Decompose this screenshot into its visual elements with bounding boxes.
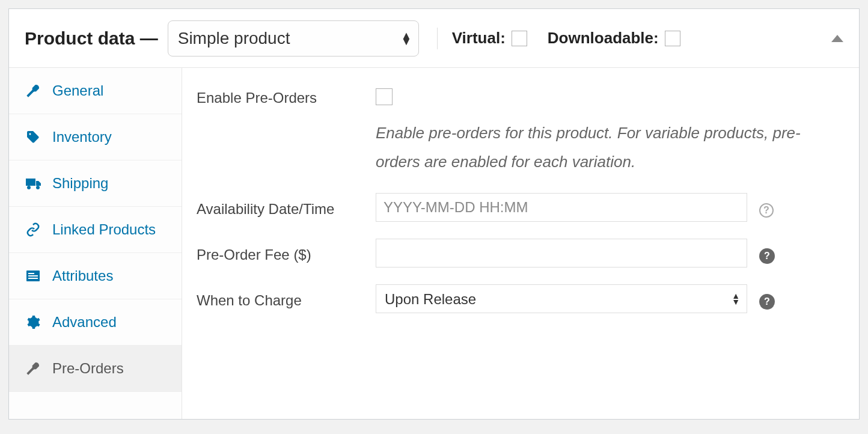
- list-icon: [26, 269, 41, 283]
- svg-rect-3: [28, 278, 38, 279]
- svg-rect-2: [28, 275, 38, 277]
- wrench-icon: [26, 84, 41, 98]
- tab-pre-orders[interactable]: Pre-Orders: [9, 346, 182, 392]
- help-icon[interactable]: ?: [759, 248, 775, 264]
- enable-preorders-description: Enable pre-orders for this product. For …: [376, 118, 833, 176]
- when-to-charge-label: When to Charge: [197, 289, 376, 309]
- wrench-icon: [26, 361, 41, 376]
- tab-advanced[interactable]: Advanced: [9, 299, 182, 346]
- availability-date-label: Availability Date/Time: [197, 197, 376, 218]
- preorder-fee-input[interactable]: [376, 239, 747, 267]
- enable-preorders-label: Enable Pre-Orders: [197, 86, 376, 106]
- panel-header: Product data — Simple product ▲▼ Virtual…: [9, 9, 859, 68]
- availability-date-input[interactable]: [376, 193, 747, 222]
- preorder-fee-label: Pre-Order Fee ($): [197, 243, 376, 263]
- truck-icon: [26, 176, 41, 191]
- tab-label: Pre-Orders: [52, 360, 124, 377]
- tab-inventory[interactable]: Inventory: [9, 114, 182, 160]
- help-icon[interactable]: ?: [759, 203, 774, 218]
- downloadable-checkbox[interactable]: [665, 31, 680, 46]
- tab-label: Advanced: [52, 314, 117, 331]
- when-to-charge-select[interactable]: Upon Release: [376, 284, 747, 313]
- svg-rect-1: [28, 273, 34, 274]
- tag-icon: [26, 130, 41, 144]
- tab-label: Attributes: [52, 267, 113, 284]
- product-type-select[interactable]: Simple product: [168, 20, 419, 57]
- tab-label: Shipping: [52, 175, 108, 192]
- tab-label: Inventory: [52, 129, 112, 145]
- tab-content-preorders: Enable Pre-Orders Enable pre-orders for …: [182, 68, 859, 419]
- tab-shipping[interactable]: Shipping: [9, 160, 182, 207]
- collapse-toggle-icon[interactable]: [831, 35, 843, 42]
- gear-icon: [26, 315, 41, 329]
- link-icon: [26, 222, 41, 237]
- panel-body: General Inventory Shipping: [9, 68, 859, 419]
- virtual-checkbox[interactable]: [512, 31, 527, 46]
- product-data-tabs: General Inventory Shipping: [9, 68, 182, 419]
- enable-preorders-checkbox[interactable]: [376, 88, 393, 105]
- tab-linked-products[interactable]: Linked Products: [9, 207, 182, 253]
- help-icon[interactable]: ?: [759, 294, 775, 310]
- panel-title: Product data —: [25, 28, 158, 49]
- downloadable-label: Downloadable:: [548, 29, 659, 47]
- divider: [437, 28, 438, 49]
- tab-label: General: [52, 82, 103, 99]
- product-data-panel: Product data — Simple product ▲▼ Virtual…: [8, 8, 860, 420]
- virtual-label: Virtual:: [452, 29, 506, 47]
- tab-general[interactable]: General: [9, 68, 182, 114]
- tab-label: Linked Products: [52, 221, 156, 238]
- tab-attributes[interactable]: Attributes: [9, 253, 182, 299]
